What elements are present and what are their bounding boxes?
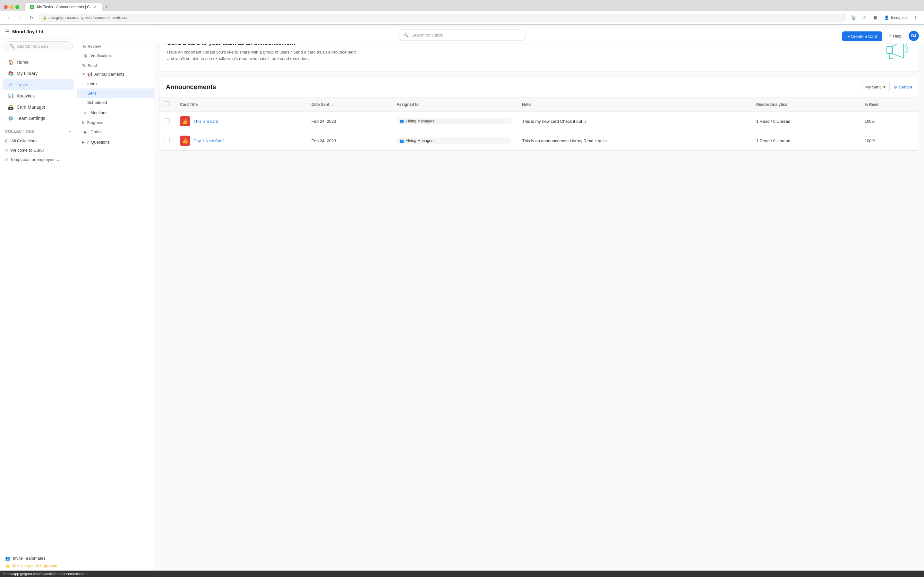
- inbox-label: Inbox: [87, 81, 97, 86]
- collection-welcome[interactable]: Welcome to Guru!: [0, 145, 77, 155]
- search-input-container[interactable]: 🔍 Search for Cards: [398, 29, 526, 40]
- trial-label: 30 trial days left • Upgrade: [12, 564, 57, 568]
- back-button[interactable]: ‹: [4, 13, 13, 22]
- sidebar-item-analytics-label: Analytics: [17, 93, 35, 98]
- row2-card-link[interactable]: Day 1 New Staff: [194, 139, 224, 143]
- th-checkbox: [160, 97, 175, 111]
- row1-card-link[interactable]: This is a card: [194, 119, 218, 124]
- cast-icon[interactable]: 📡: [849, 13, 858, 22]
- filter-dropdown-label: My Sent: [865, 85, 881, 89]
- th-assigned-to: Assigned to: [391, 97, 517, 111]
- task-drafts[interactable]: ◈ Drafts: [77, 126, 153, 137]
- row1-checkbox[interactable]: [165, 118, 170, 123]
- row2-assigned-chip: 👥 Hiring Managers: [397, 137, 512, 144]
- tasks-icon: ✓: [8, 82, 13, 87]
- row2-card-icon: 👍: [180, 135, 190, 146]
- sidebar-item-analytics[interactable]: 📊 Analytics: [3, 90, 74, 101]
- global-search-bar[interactable]: 🔍 Search for Cards: [4, 41, 73, 51]
- collection-welcome-label: Welcome to Guru!: [10, 148, 44, 153]
- send-link-text: Send a: [899, 85, 912, 89]
- profile-chip[interactable]: 👤 Incognito: [882, 14, 909, 21]
- brand-name: Mood Joy Ltd: [12, 29, 44, 34]
- add-collection-button[interactable]: +: [69, 129, 71, 134]
- minimize-window-button[interactable]: [10, 5, 13, 9]
- help-icon: ?: [889, 34, 891, 39]
- nav-section: 🏠 Home 📚 My Library ✓ Tasks 📊 Analytics …: [0, 54, 77, 127]
- bookmark-icon[interactable]: ☆: [860, 13, 869, 22]
- close-tab-button[interactable]: ✕: [92, 5, 97, 9]
- sidebar-item-tasks[interactable]: ✓ Tasks: [3, 79, 74, 90]
- close-window-button[interactable]: [4, 5, 8, 9]
- announcements-header-right: My Sent ▾ ⊕ Send a: [861, 82, 912, 92]
- dropdown-arrow-icon: ▾: [883, 85, 885, 89]
- toolbar-actions: 📡 ☆ ▣ 👤 Incognito ⋮: [849, 13, 920, 22]
- th-date-sent[interactable]: Date Sent ↓: [306, 97, 391, 111]
- security-icon: 🔒: [43, 16, 47, 19]
- sidebar-item-home[interactable]: 🏠 Home: [3, 57, 74, 68]
- task-mentions[interactable]: ○ Mentions: [77, 107, 153, 118]
- sidebar-item-my-library-label: My Library: [17, 71, 37, 76]
- invite-teammates-button[interactable]: 👥 Invite Teammates: [5, 554, 71, 562]
- menu-icon[interactable]: ⋮: [911, 13, 920, 22]
- help-button[interactable]: ? Help: [885, 32, 905, 40]
- library-icon: 📚: [8, 71, 13, 76]
- tab-bar: G My Tasks - Announcements | C ✕ +: [24, 3, 110, 11]
- row2-checkbox[interactable]: [165, 138, 170, 143]
- in-progress-section: In Progress: [77, 118, 153, 126]
- announcements-header: Announcements My Sent ▾ ⊕ Send a: [160, 77, 919, 97]
- collections-header: Collections +: [0, 127, 77, 136]
- tab-favicon: G: [30, 5, 34, 9]
- user-avatar[interactable]: DJ: [909, 31, 919, 41]
- sidebar-item-card-manager[interactable]: 🗃️ Card Manager: [3, 102, 74, 113]
- th-card-title: Card Title: [175, 97, 306, 111]
- row2-card-title-cell: 👍 Day 1 New Staff: [175, 131, 306, 151]
- announcements-expand[interactable]: ▼ 📢 Announcements: [77, 69, 153, 79]
- address-bar[interactable]: 🔒 app.getguru.com/mytasks/announcements-…: [39, 14, 846, 21]
- collection-dot-templates: [5, 158, 8, 161]
- task-inbox[interactable]: Inbox: [77, 79, 153, 89]
- row1-card-title-cell: 👍 This is a card: [175, 111, 306, 131]
- questions-icon: ?: [87, 140, 89, 145]
- collection-templates-label: Templates for employee ...: [10, 157, 59, 162]
- sidebar: ☰ Mood Joy Ltd 🔍 Search for Cards 🏠 Home…: [0, 25, 77, 574]
- team-settings-icon: ⚙️: [8, 115, 13, 121]
- create-card-button[interactable]: + Create a Card: [842, 31, 882, 41]
- maximize-window-button[interactable]: [15, 5, 19, 9]
- send-announcement-link[interactable]: ⊕ Send a: [893, 85, 912, 89]
- task-scheduled[interactable]: Scheduled: [77, 98, 153, 107]
- task-verification[interactable]: ◎ Verification: [77, 50, 153, 61]
- questions-label: Questions: [91, 140, 110, 145]
- sidebar-item-team-settings[interactable]: ⚙️ Team Settings: [3, 113, 74, 124]
- filter-dropdown[interactable]: My Sent ▾: [861, 82, 890, 92]
- announcements-section: Announcements My Sent ▾ ⊕ Send a: [159, 77, 919, 151]
- create-button-area: + Create a Card: [839, 28, 885, 45]
- announcements-icon: 📢: [87, 72, 92, 77]
- search-placeholder-text: Search for Cards: [411, 33, 443, 37]
- star-icon: ⭐: [5, 564, 10, 568]
- sidebar-toggle-icon[interactable]: ▣: [871, 13, 880, 22]
- task-sent[interactable]: Sent: [77, 89, 153, 98]
- browser-toolbar: ‹ › ↻ 🔒 app.getguru.com/mytasks/announce…: [0, 11, 924, 24]
- collection-all[interactable]: ⊞ All Collections: [0, 136, 77, 145]
- hamburger-menu[interactable]: ☰: [5, 29, 10, 35]
- drafts-label: Drafts: [90, 129, 102, 134]
- active-tab[interactable]: G My Tasks - Announcements | C ✕: [24, 3, 102, 11]
- mentions-icon: ○: [82, 110, 88, 115]
- sidebar-item-my-library[interactable]: 📚 My Library: [3, 68, 74, 79]
- upgrade-button[interactable]: ⭐ 30 trial days left • Upgrade: [5, 562, 71, 570]
- header-checkbox[interactable]: [165, 101, 170, 106]
- row2-date-sent: Feb 24, 2023: [306, 131, 391, 151]
- collection-templates[interactable]: Templates for employee ...: [0, 155, 77, 164]
- row2-note: This is an announcement Hurray Read it q…: [517, 131, 751, 151]
- help-label: Help: [893, 34, 901, 39]
- th-note: Note: [517, 97, 751, 111]
- new-tab-button[interactable]: +: [102, 3, 110, 11]
- row1-assigned-label: Hiring Managers: [406, 119, 435, 123]
- row1-card-icon: 👍: [180, 116, 190, 126]
- task-questions[interactable]: ▶ ? Questions: [77, 137, 153, 147]
- app-container: ☰ Mood Joy Ltd 🔍 Search for Cards 🏠 Home…: [0, 25, 924, 574]
- forward-button[interactable]: ›: [15, 13, 24, 22]
- reload-button[interactable]: ↻: [27, 13, 36, 22]
- row2-checkbox-cell: [160, 131, 175, 151]
- collections-title: Collections: [5, 129, 35, 134]
